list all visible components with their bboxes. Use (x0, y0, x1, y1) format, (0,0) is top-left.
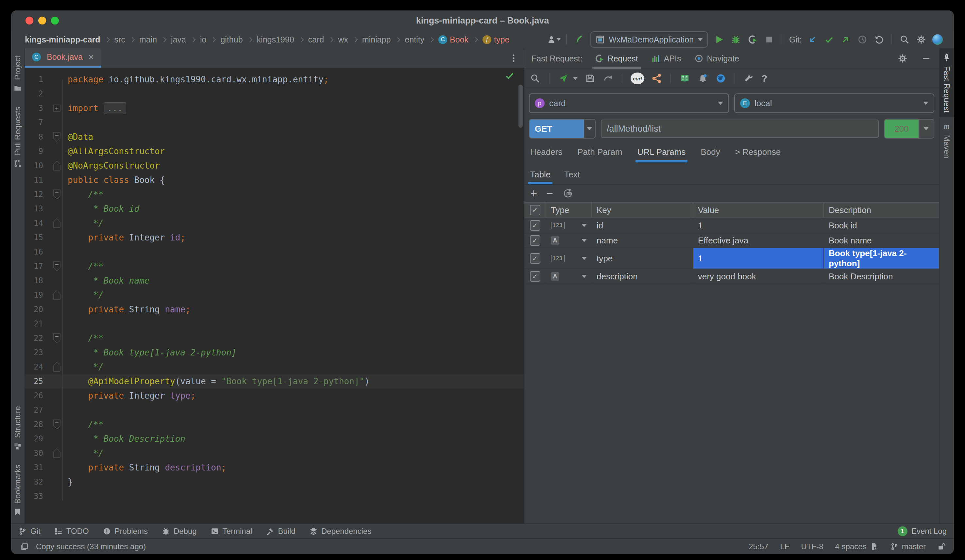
toolwindow-button-fast-request[interactable]: Fast Request (939, 48, 954, 117)
git-commit-button[interactable] (823, 34, 834, 45)
code-line-9[interactable]: 9@AllArgsConstructor (25, 144, 524, 158)
fr-tab-navigate[interactable]: Navigate (694, 48, 739, 69)
param-value-cell[interactable]: Effective java (693, 233, 824, 248)
toolwindow-button-dependencies[interactable]: Dependencies (309, 527, 371, 536)
param-row-name[interactable]: ✓AnameEffective javaBook name (524, 233, 939, 248)
breadcrumb-item-miniapp[interactable]: miniapp (362, 35, 391, 44)
code-line-13[interactable]: 13 * Book id (25, 202, 524, 216)
code-line-30[interactable]: 30 */ (25, 446, 524, 460)
param-row-id[interactable]: ✓123id1Book id (524, 218, 939, 233)
toolwindow-button-pull-requests[interactable]: Pull Requests (13, 107, 22, 168)
toolwindow-button-maven[interactable]: mMaven (939, 117, 954, 163)
breadcrumb-item-book[interactable]: CBook (438, 35, 468, 44)
debug-button[interactable] (730, 34, 741, 45)
code-line-27[interactable]: 27 (25, 403, 524, 417)
inspections-ok-icon[interactable] (505, 71, 515, 83)
toolwindow-button-debug[interactable]: Debug (162, 527, 197, 536)
editor-scrollbar[interactable] (518, 85, 523, 128)
code-line-21[interactable]: 21 (25, 317, 524, 331)
twitter-icon[interactable] (715, 73, 726, 84)
param-value-cell[interactable]: 1 (693, 218, 824, 233)
code-line-25[interactable]: 25 @ApiModelProperty(value = "Book type[… (25, 374, 524, 389)
fold-start-icon[interactable] (43, 187, 68, 202)
environment-select[interactable]: E local (734, 93, 934, 113)
code-line-31[interactable]: 31 private String description; (25, 460, 524, 475)
breadcrumb-item-main[interactable]: main (139, 35, 157, 44)
share-button[interactable] (651, 73, 662, 84)
code-line-29[interactable]: 29 * Book Description (25, 432, 524, 446)
editor-tab-book-java[interactable]: C Book.java × (25, 48, 101, 68)
param-tab-url-params[interactable]: URL Params (638, 147, 686, 162)
fold-end-icon[interactable] (43, 216, 68, 230)
breadcrumb-item-card[interactable]: card (308, 35, 324, 44)
code-line-23[interactable]: 23 * Book type[1-java 2-python] (25, 345, 524, 360)
notifications-bell-icon[interactable] (697, 73, 708, 84)
close-tab-icon[interactable]: × (88, 52, 94, 62)
coverage-button[interactable] (747, 34, 758, 45)
param-row-type[interactable]: ✓123type1Book type[1-java 2-python] (524, 248, 939, 269)
param-description-cell[interactable]: Book id (824, 218, 939, 233)
fold-end-icon[interactable] (43, 360, 68, 374)
method-dropdown[interactable] (584, 119, 595, 138)
stop-button[interactable] (764, 34, 775, 45)
toolwindow-button-todo[interactable]: TODO (54, 527, 89, 536)
breadcrumb-item-entity[interactable]: entity (405, 35, 424, 44)
fr-tab-apis[interactable]: APIs (651, 48, 681, 69)
code-line-32[interactable]: 32} (25, 475, 524, 489)
breadcrumb-item-github[interactable]: github (220, 35, 242, 44)
send-request-button[interactable] (558, 73, 569, 84)
view-tab-text[interactable]: Text (564, 170, 580, 184)
toolwindow-button-terminal[interactable]: Terminal (211, 527, 252, 536)
tab-options-icon[interactable] (508, 52, 519, 64)
fold-end-icon[interactable] (43, 288, 68, 302)
code-line-8[interactable]: 8@Data (25, 130, 524, 144)
param-description-cell[interactable]: Book type[1-java 2-python] (824, 248, 939, 269)
checkbox-checked-icon[interactable]: ✓ (530, 271, 540, 282)
param-type-select[interactable]: A (546, 233, 592, 248)
code-line-26[interactable]: 26 private Integer type; (25, 389, 524, 403)
profile-button[interactable] (548, 34, 559, 45)
code-line-15[interactable]: 15 private Integer id; (25, 230, 524, 245)
line-separator[interactable]: LF (780, 542, 790, 551)
history-button[interactable] (857, 34, 868, 45)
checkbox-checked-icon[interactable]: ✓ (530, 253, 540, 264)
param-tab-headers[interactable]: Headers (530, 147, 562, 162)
code-line-10[interactable]: 10@NoArgsConstructor (25, 158, 524, 173)
curl-export-button[interactable]: curl (631, 72, 644, 84)
indent-setting[interactable]: 4 spaces (835, 542, 878, 551)
docs-button[interactable] (679, 73, 690, 84)
view-tab-table[interactable]: Table (530, 170, 551, 184)
hide-panel-icon[interactable] (921, 53, 932, 64)
remove-row-button[interactable]: − (546, 188, 553, 199)
git-update-button[interactable] (807, 34, 818, 45)
code-line-22[interactable]: 22 /** (25, 331, 524, 345)
copy-params-button[interactable] (562, 188, 573, 199)
status-code-select[interactable]: 200 (884, 119, 934, 139)
code-line-18[interactable]: 18 * Book name (25, 273, 524, 288)
lock-open-icon[interactable] (937, 542, 946, 551)
run-button[interactable] (714, 34, 725, 45)
code-line-14[interactable]: 14 */ (25, 216, 524, 230)
folded-imports-badge[interactable]: ... (104, 102, 126, 114)
code-line-11[interactable]: 11public class Book { (25, 173, 524, 187)
code-line-16[interactable]: 16 (25, 245, 524, 259)
code-line-7[interactable]: 7 (25, 115, 524, 130)
param-type-select[interactable]: 123 (546, 248, 592, 269)
param-tab-path-param[interactable]: Path Param (577, 147, 622, 162)
breadcrumb-item-type[interactable]: ftype (483, 35, 509, 44)
param-type-select[interactable]: A (546, 269, 592, 284)
toolwindow-button-structure[interactable]: Structure (13, 406, 22, 450)
git-branch-widget[interactable]: master (890, 542, 926, 551)
fold-start-icon[interactable] (43, 259, 68, 273)
code-line-33[interactable]: 33 (25, 489, 524, 503)
breadcrumb-item-kings-miniapp-card[interactable]: kings-miniapp-card (25, 35, 100, 44)
toolwindow-switcher-icon[interactable] (19, 541, 30, 552)
toolwindow-button-git[interactable]: Git (18, 527, 41, 536)
param-value-cell[interactable]: very good book (693, 269, 824, 284)
method-select[interactable]: GET (529, 119, 595, 139)
breadcrumb-item-io[interactable]: io (200, 35, 206, 44)
breadcrumb-item-kings1990[interactable]: kings1990 (257, 35, 294, 44)
event-log-button[interactable]: 1 Event Log (898, 526, 947, 536)
fold-start-icon[interactable] (43, 331, 68, 345)
code-line-28[interactable]: 28 /** (25, 417, 524, 432)
